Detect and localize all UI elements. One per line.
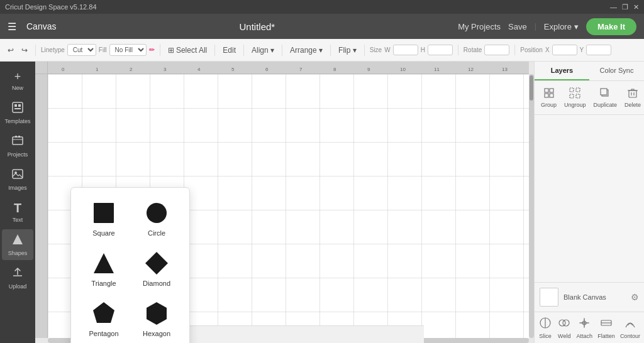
- arrange-button[interactable]: Arrange ▾: [287, 45, 325, 56]
- sidebar-item-upload[interactable]: Upload: [2, 263, 33, 293]
- sidebar-item-new[interactable]: + New: [2, 67, 33, 95]
- attach-icon: [577, 316, 591, 332]
- my-projects-link[interactable]: My Projects: [458, 22, 501, 31]
- sidebar-item-projects-label: Projects: [8, 151, 28, 158]
- edit-button[interactable]: Edit: [220, 45, 238, 56]
- images-icon: [11, 168, 24, 183]
- group-icon: [543, 87, 555, 101]
- delete-button[interactable]: Delete: [621, 85, 644, 111]
- sidebar-item-projects[interactable]: Projects: [2, 131, 33, 161]
- shapes-icon: [11, 233, 24, 249]
- shape-square[interactable]: Square: [79, 195, 129, 241]
- group-button[interactable]: Group: [537, 85, 560, 111]
- w-label: W: [384, 46, 390, 53]
- sidebar-item-text[interactable]: T Text: [2, 197, 33, 227]
- sidebar-item-templates[interactable]: Templates: [2, 97, 33, 128]
- canvas-area[interactable]: 0 1 2 3 4 5 6 7 8 9 10 11 12 13: [35, 62, 534, 343]
- flip-button[interactable]: Flip ▾: [336, 45, 359, 56]
- toolbar-flip-group: Flip ▾: [336, 45, 365, 56]
- panel-bottom-actions: Slice Weld Attach Flatten: [535, 312, 644, 343]
- svg-rect-7: [13, 170, 23, 178]
- nav-right: My Projects Save | Explore ▾ Make It: [458, 18, 636, 35]
- minimize-btn[interactable]: —: [610, 3, 617, 11]
- left-sidebar: + New Templates Projects Images T Text: [0, 62, 35, 343]
- scrollbar-v-track[interactable]: [529, 74, 534, 338]
- svg-rect-25: [576, 88, 580, 92]
- make-it-button[interactable]: Make It: [586, 18, 636, 35]
- duplicate-button[interactable]: Duplicate: [590, 85, 621, 111]
- maximize-btn[interactable]: ❐: [622, 3, 628, 11]
- svg-rect-2: [18, 104, 21, 107]
- rotate-input[interactable]: [484, 45, 509, 55]
- hamburger-menu[interactable]: ☰: [8, 21, 16, 33]
- ruler-horizontal: 0 1 2 3 4 5 6 7 8 9 10 11 12 13: [48, 62, 529, 74]
- explore-button[interactable]: Explore ▾: [544, 22, 579, 31]
- linetype-select[interactable]: Cut: [67, 44, 96, 56]
- weld-label: Weld: [558, 333, 570, 339]
- svg-marker-13: [145, 252, 168, 275]
- toolbar-select-group: ⊞ Select All: [165, 45, 216, 56]
- toolbar-rotate-group: Rotate: [464, 45, 515, 55]
- pentagon-label: Pentagon: [89, 330, 118, 337]
- diamond-label: Diamond: [143, 280, 170, 287]
- h-label: H: [421, 46, 425, 53]
- window-controls[interactable]: — ❐ ✕: [610, 3, 639, 11]
- y-input[interactable]: [586, 45, 611, 55]
- svg-rect-6: [18, 136, 20, 138]
- svg-rect-22: [545, 94, 548, 97]
- svg-rect-20: [545, 89, 548, 92]
- fill-select[interactable]: No Fill: [109, 44, 147, 56]
- position-label: Position: [520, 46, 543, 53]
- triangle-label: Triangle: [91, 280, 116, 287]
- tab-layers[interactable]: Layers: [535, 62, 589, 80]
- sidebar-item-images[interactable]: Images: [2, 164, 33, 195]
- duplicate-icon: [599, 87, 611, 101]
- toolbar-edit-group: Edit: [220, 45, 244, 56]
- save-button[interactable]: Save: [508, 22, 527, 31]
- x-input[interactable]: [552, 45, 577, 55]
- svg-rect-24: [570, 88, 574, 92]
- weld-button[interactable]: Weld: [557, 316, 571, 339]
- scrollbar-vertical[interactable]: [529, 74, 534, 338]
- layers-content: [535, 115, 644, 282]
- redo-button[interactable]: ↪: [19, 45, 30, 56]
- flatten-button[interactable]: Flatten: [597, 316, 615, 339]
- sidebar-item-upload-label: Upload: [9, 283, 27, 290]
- canvas-color-swatch[interactable]: [540, 288, 558, 307]
- svg-rect-0: [13, 102, 23, 112]
- svg-rect-4: [13, 137, 23, 144]
- sidebar-item-templates-label: Templates: [4, 118, 30, 124]
- width-input[interactable]: [393, 45, 418, 55]
- close-btn[interactable]: ✕: [633, 3, 639, 11]
- shape-circle[interactable]: Circle: [131, 195, 182, 241]
- contour-button[interactable]: Contour: [620, 316, 640, 339]
- pentagon-icon: [90, 300, 118, 327]
- ungroup-button[interactable]: Ungroup: [560, 85, 590, 111]
- weld-icon: [557, 316, 571, 332]
- shape-diamond[interactable]: Diamond: [131, 246, 182, 291]
- flatten-icon: [599, 316, 613, 332]
- new-icon: +: [14, 70, 21, 84]
- tab-colorsync[interactable]: Color Sync: [589, 62, 644, 80]
- delete-icon: [627, 87, 638, 101]
- height-input[interactable]: [428, 45, 453, 55]
- upload-icon: [11, 266, 24, 282]
- undo-button[interactable]: ↩: [5, 45, 16, 56]
- scrollbar-v-thumb[interactable]: [530, 75, 533, 101]
- shape-pentagon[interactable]: Pentagon: [79, 296, 129, 341]
- diamond-icon: [143, 249, 170, 277]
- projects-icon: [11, 134, 24, 150]
- attach-button[interactable]: Attach: [576, 316, 592, 339]
- shapes-grid: Square Circle Triangle: [79, 195, 182, 343]
- sidebar-item-shapes[interactable]: Shapes: [2, 229, 33, 260]
- align-button[interactable]: Align ▾: [249, 45, 277, 56]
- slice-button[interactable]: Slice: [538, 316, 552, 339]
- square-icon: [90, 199, 118, 227]
- shape-triangle[interactable]: Triangle: [79, 246, 129, 291]
- canvas-settings-icon[interactable]: ⚙: [631, 292, 639, 302]
- select-all-button[interactable]: ⊞ Select All: [165, 45, 210, 56]
- top-nav: ☰ Canvas Untitled* My Projects Save | Ex…: [0, 14, 644, 39]
- pencil-icon[interactable]: ✏: [149, 46, 155, 54]
- shape-hexagon[interactable]: Hexagon: [131, 296, 182, 341]
- templates-icon: [11, 101, 24, 117]
